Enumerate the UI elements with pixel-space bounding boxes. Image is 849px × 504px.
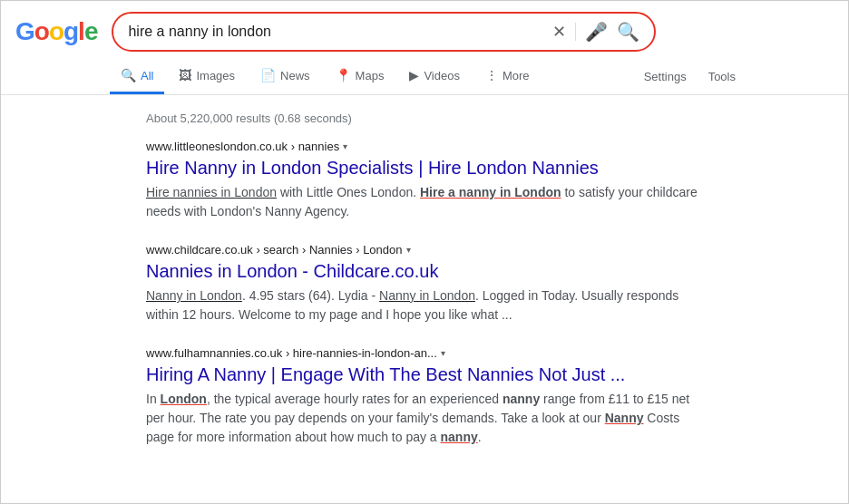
result-url-2-chevron: ▾ xyxy=(406,245,411,255)
result-desc-2-span1: Nanny in London xyxy=(146,288,242,303)
result-title-3[interactable]: Hiring A Nanny | Engage With The Best Na… xyxy=(146,363,703,386)
result-desc-3-span4: nanny xyxy=(503,392,540,406)
tab-more-label: More xyxy=(503,69,530,82)
tab-news[interactable]: 📄 News xyxy=(249,59,321,94)
result-url-2: www.childcare.co.uk › search › Nannies ›… xyxy=(146,243,703,257)
voice-search-icon[interactable]: 🎤 xyxy=(585,21,608,43)
result-desc-2: Nanny in London. 4.95 stars (64). Lydia … xyxy=(146,286,703,325)
tab-all-label: All xyxy=(141,69,153,82)
result-desc-3-span6: Nanny xyxy=(605,411,644,425)
tab-more[interactable]: ⋮ More xyxy=(474,59,541,94)
result-title-1[interactable]: Hire Nanny in London Specialists | Hire … xyxy=(146,156,703,179)
result-desc-1-span1: Hire nannies in London xyxy=(146,185,277,199)
result-title-2[interactable]: Nannies in London - Childcare.co.uk xyxy=(146,259,703,283)
logo-le: l xyxy=(78,17,84,45)
nav-right: Settings Tools xyxy=(640,61,739,92)
result-item-3: www.fulhamnannies.co.uk › hire-nannies-i… xyxy=(146,346,703,447)
maps-icon: 📍 xyxy=(336,68,351,82)
search-icon-group: ✕ 🎤 🔍 xyxy=(552,21,639,43)
result-url-1-text: www.littleoneslondon.co.uk › nannies xyxy=(146,140,339,153)
result-desc-1: Hire nannies in London with Little Ones … xyxy=(146,183,703,221)
result-item-1: www.littleoneslondon.co.uk › nannies ▾ H… xyxy=(146,140,703,221)
result-desc-3-span3: , the typical average hourly rates for a… xyxy=(207,392,503,406)
result-desc-3-span1: In xyxy=(146,392,161,406)
result-desc-3-span8: nanny xyxy=(441,430,478,444)
logo-g: G xyxy=(15,17,34,45)
more-icon: ⋮ xyxy=(485,68,498,82)
result-desc-3-span9: . xyxy=(478,430,482,444)
result-url-3-text: www.fulhamnannies.co.uk › hire-nannies-i… xyxy=(146,346,437,360)
tab-images-label: Images xyxy=(196,69,235,82)
result-url-1: www.littleoneslondon.co.uk › nannies ▾ xyxy=(146,140,703,153)
results-stats: About 5,220,000 results (0.68 seconds) xyxy=(146,111,703,125)
search-input[interactable] xyxy=(128,24,545,40)
result-url-3-chevron: ▾ xyxy=(441,348,445,358)
news-icon: 📄 xyxy=(260,68,276,82)
result-desc-2-span2: . 4.95 stars (64). Lydia - xyxy=(242,288,379,303)
tools-link[interactable]: Tools xyxy=(705,61,739,92)
nav-tabs: 🔍 All 🖼 Images 📄 News 📍 Maps ▶ Videos ⋮ … xyxy=(1,59,848,95)
search-divider xyxy=(575,23,576,41)
google-logo[interactable]: Google xyxy=(15,17,97,46)
results-area: About 5,220,000 results (0.68 seconds) w… xyxy=(1,95,848,487)
result-desc-1-span2: with Little Ones London. xyxy=(277,185,420,199)
tab-all[interactable]: 🔍 All xyxy=(110,59,164,94)
images-icon: 🖼 xyxy=(179,68,191,82)
tab-images[interactable]: 🖼 Images xyxy=(168,59,246,94)
result-item-2: www.childcare.co.uk › search › Nannies ›… xyxy=(146,243,703,325)
tab-news-label: News xyxy=(280,69,310,82)
result-url-1-chevron: ▾ xyxy=(343,141,347,151)
clear-icon[interactable]: ✕ xyxy=(552,22,566,42)
videos-icon: ▶ xyxy=(409,68,419,82)
logo-gl: g xyxy=(63,17,78,45)
browser-window: Google ✕ 🎤 🔍 🔍 All 🖼 Images 📄 News xyxy=(0,0,849,504)
header: Google ✕ 🎤 🔍 xyxy=(1,1,848,59)
logo-o2: o xyxy=(49,17,63,45)
search-bar[interactable]: ✕ 🎤 🔍 xyxy=(112,12,656,52)
tab-videos[interactable]: ▶ Videos xyxy=(398,59,471,94)
tab-maps[interactable]: 📍 Maps xyxy=(325,59,395,94)
result-url-2-text: www.childcare.co.uk › search › Nannies ›… xyxy=(146,243,403,257)
logo-o1: o xyxy=(34,17,49,45)
result-desc-3-span2: London xyxy=(161,392,207,406)
settings-link[interactable]: Settings xyxy=(640,61,690,92)
all-icon: 🔍 xyxy=(121,68,136,82)
search-button-icon[interactable]: 🔍 xyxy=(617,21,639,43)
result-desc-3: In London, the typical average hourly ra… xyxy=(146,390,703,447)
logo-e: e xyxy=(84,17,98,45)
tab-videos-label: Videos xyxy=(424,69,460,82)
result-desc-1-span3: Hire a nanny in London xyxy=(420,185,561,199)
result-desc-2-span3: Nanny in London xyxy=(379,288,475,303)
result-url-3: www.fulhamnannies.co.uk › hire-nannies-i… xyxy=(146,346,703,360)
tab-maps-label: Maps xyxy=(356,69,385,82)
